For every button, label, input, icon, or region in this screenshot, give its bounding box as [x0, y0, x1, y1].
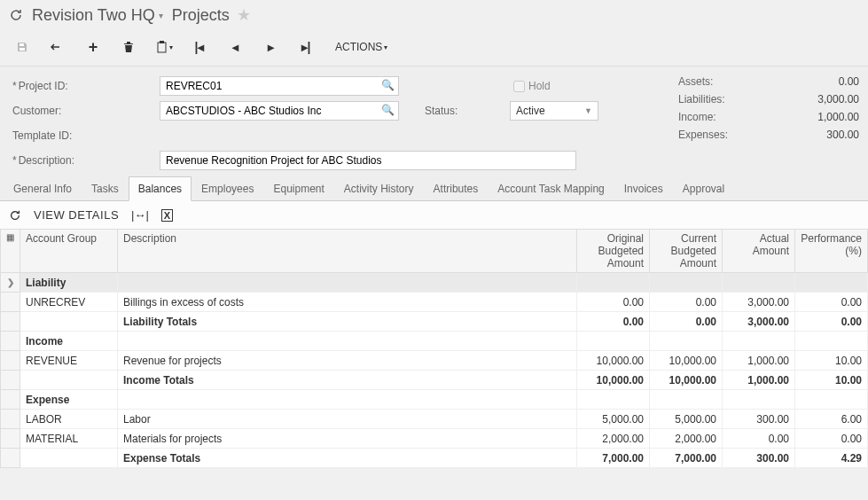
description-label: *Description: [9, 154, 160, 167]
next-record-icon[interactable]: ▸ [261, 37, 280, 57]
col-actual-amount[interactable]: Actual Amount [723, 230, 795, 273]
chevron-down-icon: ▼ [584, 106, 592, 115]
hold-checkbox[interactable]: Hold [510, 78, 551, 95]
liabilities-value: 3,000.00 [788, 93, 859, 105]
tab-tasks[interactable]: Tasks [82, 176, 129, 201]
last-record-icon[interactable]: ▸| [296, 37, 316, 57]
status-label: Status: [421, 105, 510, 117]
project-id-input[interactable] [160, 76, 399, 96]
row-selector-header[interactable]: ▦ [1, 230, 20, 273]
table-row[interactable]: Expense Totals7,000.007,000.00300.004.29 [1, 449, 868, 468]
fit-columns-icon[interactable]: |↔| [131, 208, 149, 222]
tab-general-info[interactable]: General Info [4, 176, 82, 201]
form-panel: *Project ID: 🔍 Customer: 🔍 Template ID: … [0, 66, 868, 176]
col-description[interactable]: Description [118, 230, 577, 273]
tab-invoices[interactable]: Invoices [614, 176, 673, 201]
title-bar: Revision Two HQ ▾ Projects ★ [0, 0, 868, 30]
description-input[interactable] [160, 151, 576, 170]
undo-icon[interactable] [48, 37, 67, 57]
assets-label: Assets: [678, 75, 713, 88]
template-id-label: Template ID: [9, 129, 160, 142]
tab-strip: General InfoTasksBalancesEmployeesEquipm… [0, 176, 868, 201]
col-current-budgeted[interactable]: Current Budgeted Amount [650, 230, 723, 273]
clipboard-icon[interactable]: ▾ [154, 37, 174, 57]
actions-menu-button[interactable]: ACTIONS ▾ [332, 37, 391, 57]
expenses-value: 300.00 [788, 129, 859, 141]
chevron-down-icon: ▾ [159, 11, 163, 20]
table-row[interactable]: Liability Totals0.000.003,000.000.00 [1, 312, 868, 332]
customer-input[interactable] [160, 101, 399, 121]
liabilities-label: Liabilities: [678, 93, 725, 105]
income-label: Income: [678, 111, 716, 123]
view-details-button[interactable]: VIEW DETAILS [34, 208, 119, 222]
tab-equipment[interactable]: Equipment [263, 176, 333, 201]
delete-icon[interactable] [119, 37, 138, 57]
prev-record-icon[interactable]: ◂ [225, 37, 245, 57]
export-excel-icon[interactable]: X [161, 209, 173, 222]
grid-header-row: ▦ Account Group Description Original Bud… [1, 230, 868, 273]
status-value: Active [516, 105, 545, 117]
svg-rect-1 [20, 48, 25, 51]
tab-balances[interactable]: Balances [129, 176, 192, 201]
svg-rect-3 [160, 41, 164, 43]
tab-attributes[interactable]: Attributes [424, 176, 489, 201]
tab-account-task-mapping[interactable]: Account Task Mapping [488, 176, 614, 201]
expenses-label: Expenses: [678, 129, 728, 141]
chevron-down-icon: ▾ [384, 43, 387, 51]
income-value: 1,000.00 [788, 111, 859, 123]
assets-value: 0.00 [788, 75, 859, 88]
table-row[interactable]: UNRECREVBillings in excess of costs0.000… [1, 293, 868, 312]
table-row[interactable]: LABORLabor5,000.005,000.00300.006.00 [1, 410, 868, 429]
table-row[interactable]: ❯Liability [1, 273, 868, 293]
col-account-group[interactable]: Account Group [20, 230, 118, 273]
table-row[interactable]: Expense [1, 390, 868, 410]
svg-rect-0 [20, 43, 24, 46]
save-icon[interactable] [12, 37, 32, 57]
favorite-star-icon[interactable]: ★ [237, 5, 251, 25]
breadcrumb-org[interactable]: Revision Two HQ [32, 6, 155, 25]
table-row[interactable]: MATERIALMaterials for projects2,000.002,… [1, 429, 868, 449]
grid-refresh-icon[interactable] [9, 209, 21, 222]
customer-label: Customer: [9, 105, 160, 117]
add-icon[interactable]: + [83, 37, 103, 57]
table-row[interactable]: REVENUERevenue for projects10,000.0010,0… [1, 351, 868, 371]
tab-activity-history[interactable]: Activity History [334, 176, 424, 201]
table-row[interactable]: Income [1, 332, 868, 351]
main-toolbar: + ▾ |◂ ◂ ▸ ▸| ACTIONS ▾ [0, 30, 868, 66]
hold-checkbox-input[interactable] [513, 81, 525, 92]
col-original-budgeted[interactable]: Original Budgeted Amount [577, 230, 650, 273]
table-row[interactable]: Income Totals10,000.0010,000.001,000.001… [1, 371, 868, 390]
status-select[interactable]: Active ▼ [510, 101, 598, 121]
first-record-icon[interactable]: |◂ [190, 37, 209, 57]
svg-rect-2 [158, 43, 166, 52]
hold-label: Hold [528, 80, 551, 92]
breadcrumb-page[interactable]: Projects [172, 6, 230, 25]
project-id-label: *Project ID: [9, 80, 160, 92]
tab-employees[interactable]: Employees [192, 176, 263, 201]
refresh-icon[interactable] [9, 8, 23, 22]
col-performance[interactable]: Performance (%) [795, 230, 868, 273]
balances-grid: ▦ Account Group Description Original Bud… [0, 229, 868, 468]
tab-approval[interactable]: Approval [673, 176, 734, 201]
grid-toolbar: VIEW DETAILS |↔| X [0, 201, 868, 229]
actions-label: ACTIONS [335, 41, 382, 53]
